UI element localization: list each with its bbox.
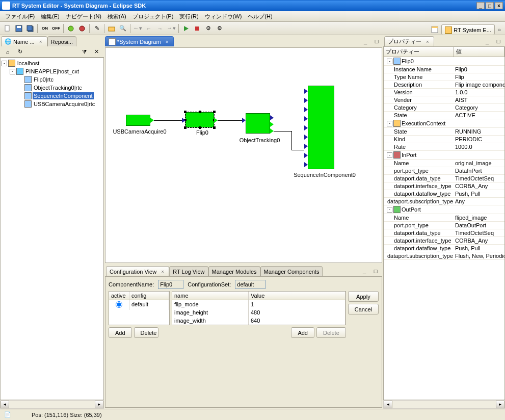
tab-mgr-components[interactable]: Manager Components xyxy=(260,266,323,276)
tab-close-icon[interactable]: × xyxy=(424,39,431,45)
port-in[interactable] xyxy=(304,89,308,94)
menu-item[interactable]: ファイル(F) xyxy=(2,12,38,21)
diagram-canvas[interactable]: USBCameraAcquire0 Flip0 Object xyxy=(105,47,382,263)
port-in[interactable] xyxy=(304,153,308,158)
view-maximize[interactable]: □ xyxy=(493,36,503,46)
menu-item[interactable]: 実行(R) xyxy=(176,12,201,21)
cancel-button[interactable]: Cancel xyxy=(348,304,379,314)
grid-row[interactable]: flip_mode1 xyxy=(172,300,345,308)
tab-system-diagram[interactable]: *System Diagram × xyxy=(105,36,174,46)
prop-row[interactable]: Nameoriginal_image xyxy=(384,160,504,167)
port-in[interactable] xyxy=(304,107,308,112)
run-button[interactable] xyxy=(181,23,191,34)
off-button[interactable]: OFF xyxy=(51,23,61,34)
nav-fwd[interactable]: → xyxy=(155,23,165,34)
grid-row[interactable]: image_height480 xyxy=(172,308,345,317)
port-out[interactable] xyxy=(214,118,218,123)
minimize-button[interactable]: _ xyxy=(476,2,485,9)
tab-repository[interactable]: Reposi... xyxy=(47,36,76,46)
expand-icon[interactable]: - xyxy=(387,207,392,213)
comp-flip[interactable] xyxy=(185,112,214,127)
refresh-button[interactable]: ↻ xyxy=(15,47,25,57)
tab-name-service[interactable]: 🌐 Name ... × xyxy=(1,36,47,46)
save-button[interactable] xyxy=(14,23,24,34)
gear1-button[interactable]: ⚙ xyxy=(203,23,214,34)
port-in[interactable] xyxy=(304,125,308,130)
menu-item[interactable]: ウィンドウ(W) xyxy=(202,12,245,21)
tab-close-icon[interactable]: × xyxy=(160,269,166,275)
tree-node[interactable]: SequenceInComponent xyxy=(2,92,102,100)
filter-button[interactable]: ⧩ xyxy=(79,47,89,57)
prop-row[interactable]: -InPort xyxy=(384,151,504,160)
stop-button[interactable] xyxy=(192,23,202,34)
port-out[interactable] xyxy=(270,122,274,127)
prop-row[interactable]: port.port_typeDataOutPort xyxy=(384,222,504,229)
prop-row[interactable]: -ExecutionContext xyxy=(384,119,504,128)
comp-seq[interactable] xyxy=(308,86,334,169)
tab-mgr-modules[interactable]: Manager Modules xyxy=(208,266,260,276)
expand-icon[interactable]: - xyxy=(2,61,7,66)
tree-node[interactable]: -localhost xyxy=(2,59,102,67)
config-values-grid[interactable]: name Value flip_mode1image_height480imag… xyxy=(172,291,346,325)
comp-usbcamera[interactable] xyxy=(126,115,150,126)
port-in[interactable] xyxy=(304,144,308,149)
nav-back-dd[interactable]: ←▾ xyxy=(132,23,143,34)
prop-row[interactable]: Rate1000.0 xyxy=(384,143,504,151)
open-perspective-button[interactable] xyxy=(430,24,440,35)
prop-row[interactable]: Instance NameFlip0 xyxy=(384,66,504,73)
prop-row[interactable]: dataport.interface_typeCORBA_Any xyxy=(384,182,504,190)
port-in[interactable] xyxy=(304,135,308,140)
prop-row[interactable]: StateRUNNING xyxy=(384,128,504,136)
prop-row[interactable]: Namefliped_image xyxy=(384,214,504,222)
prop-row[interactable]: VenderAIST xyxy=(384,96,504,104)
config-set-input[interactable] xyxy=(235,280,265,289)
tab-close-icon[interactable]: × xyxy=(164,39,170,45)
close-button[interactable]: × xyxy=(495,2,503,9)
prop-row[interactable]: dataport.dataflow_typePush, Pull xyxy=(384,190,504,198)
save-all-button[interactable] xyxy=(25,23,35,34)
expand-icon[interactable]: - xyxy=(10,69,15,74)
view-minimize[interactable]: _ xyxy=(359,266,369,276)
scroll-right-button[interactable]: ► xyxy=(496,401,504,408)
scroll-left-button[interactable]: ◄ xyxy=(384,401,392,408)
prop-row[interactable]: dataport.dataflow_typePush, Pull xyxy=(384,245,504,252)
view-minimize[interactable]: _ xyxy=(482,36,492,46)
expand-icon[interactable]: - xyxy=(387,152,392,158)
port-in[interactable] xyxy=(304,162,308,167)
delete-set-button[interactable]: Delete xyxy=(134,327,158,338)
grid-row[interactable]: image_width640 xyxy=(172,317,345,325)
scroll-left-button[interactable]: ◄ xyxy=(1,401,9,408)
props-hscroll[interactable]: ◄ ► xyxy=(383,400,505,409)
menu-item[interactable]: ヘルプ(H) xyxy=(245,12,275,21)
tree-node[interactable]: USBCameraAcquire0|rtc xyxy=(2,100,102,108)
on-button[interactable]: ON xyxy=(40,23,50,34)
port-out[interactable] xyxy=(270,128,274,134)
search-button[interactable]: 🔍 xyxy=(118,23,128,34)
prop-row[interactable]: Version1.0.0 xyxy=(384,89,504,96)
add-value-button[interactable]: Add xyxy=(291,327,314,338)
wand-button[interactable]: ✎ xyxy=(92,23,102,34)
more-indicator[interactable]: » xyxy=(496,27,503,33)
editor-maximize[interactable]: □ xyxy=(371,36,382,46)
connect-button[interactable] xyxy=(66,23,76,34)
nav-back[interactable]: ← xyxy=(144,23,154,34)
active-radio[interactable] xyxy=(116,301,122,308)
editor-minimize[interactable]: _ xyxy=(360,36,370,46)
prop-row[interactable]: KindPERIODIC xyxy=(384,136,504,143)
expand-icon[interactable]: - xyxy=(387,59,392,64)
perspective-tab[interactable]: RT System E... xyxy=(441,24,495,35)
prop-row[interactable]: dataport.interface_typeCORBA_Any xyxy=(384,237,504,245)
tab-close-icon[interactable]: × xyxy=(38,39,44,45)
prop-row[interactable]: Type NameFlip xyxy=(384,73,504,81)
home-button[interactable]: ⌂ xyxy=(3,47,13,57)
tab-properties[interactable]: プロパティー × xyxy=(384,36,434,46)
expand-icon[interactable]: - xyxy=(387,121,392,126)
prop-row[interactable]: StateACTIVE xyxy=(384,112,504,119)
menu-item[interactable]: 編集(E) xyxy=(38,12,63,21)
port-in[interactable] xyxy=(242,118,246,123)
prop-row[interactable]: -OutPort xyxy=(384,205,504,214)
prop-row[interactable]: dataport.data_typeTimedOctetSeq xyxy=(384,175,504,182)
prop-row[interactable]: CategoryCategory xyxy=(384,104,504,112)
tree-node[interactable]: ObjectTracking0|rtc xyxy=(2,84,102,92)
component-name-input[interactable] xyxy=(158,280,183,289)
